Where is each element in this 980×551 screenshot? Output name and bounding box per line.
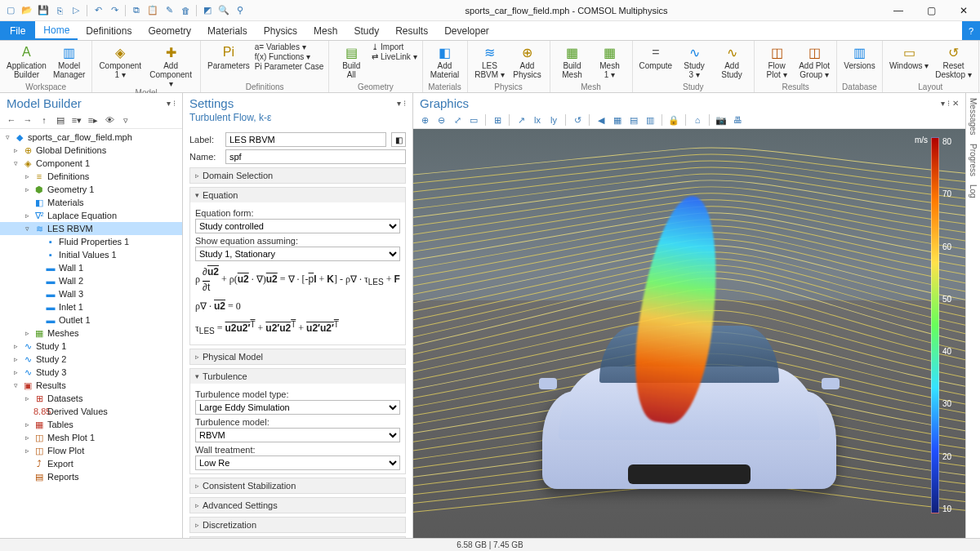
- versions[interactable]: ▥Versions: [842, 42, 876, 70]
- side-tab-log[interactable]: Log: [969, 184, 978, 198]
- file-save-icon[interactable]: 💾: [38, 5, 49, 16]
- eq-form-select[interactable]: Study controlled: [195, 219, 400, 233]
- tree-twisty-icon[interactable]: ▿: [23, 224, 31, 233]
- add-component[interactable]: ✚AddComponent ▾: [146, 42, 195, 88]
- show-icon[interactable]: ▤: [54, 113, 67, 127]
- model-manager[interactable]: ▥ModelManager: [51, 42, 87, 79]
- redo-icon[interactable]: ↷: [109, 5, 120, 16]
- zoom-box-icon[interactable]: ▭: [467, 113, 480, 127]
- study-menu[interactable]: ∿Study3 ▾: [677, 42, 711, 79]
- turb-type-select[interactable]: Large Eddy Simulation: [195, 400, 400, 415]
- select-icon[interactable]: ◩: [202, 5, 213, 16]
- log-x-icon[interactable]: lx: [531, 113, 544, 127]
- node-laplace[interactable]: ▹∇²Laplace Equation: [0, 209, 182, 222]
- node-study3[interactable]: ▹∿Study 3: [0, 366, 182, 379]
- node-datasets[interactable]: ▹⊞Datasets: [0, 392, 182, 405]
- tree-twisty-icon[interactable]: ▿: [11, 381, 20, 389]
- add-physics[interactable]: ⊕AddPhysics: [510, 42, 545, 79]
- livelink[interactable]: ⇄ LiveLink ▾: [372, 52, 416, 61]
- reset-desktop[interactable]: ↺ResetDesktop ▾: [933, 42, 973, 79]
- tab-physics[interactable]: Physics: [256, 21, 305, 40]
- node-derived[interactable]: 8.85Derived Values: [0, 405, 182, 418]
- node-study2[interactable]: ▹∿Study 2: [0, 353, 182, 366]
- nav-fwd-icon[interactable]: →: [21, 113, 34, 127]
- lock-icon[interactable]: 🔒: [667, 113, 680, 127]
- nav-up-icon[interactable]: ↑: [38, 113, 51, 127]
- tree-twisty-icon[interactable]: ▹: [11, 355, 20, 363]
- tree-twisty-icon[interactable]: ▹: [23, 185, 31, 193]
- tab-developer[interactable]: Developer: [436, 21, 497, 40]
- tree-twisty-icon[interactable]: ▹: [11, 146, 20, 154]
- section-dependent-variables-header[interactable]: ▹Dependent Variables: [190, 537, 405, 538]
- rename-icon[interactable]: ✎: [163, 5, 175, 16]
- tab-results[interactable]: Results: [387, 21, 436, 40]
- node-initial-values[interactable]: ▪Initial Values 1: [0, 248, 182, 261]
- node-reports[interactable]: ▤Reports: [0, 470, 182, 483]
- node-global-defs[interactable]: ▹⊕Global Definitions: [0, 144, 182, 157]
- windows[interactable]: ▭Windows ▾: [888, 42, 930, 70]
- model-tree[interactable]: ▿◆sports_car_flow_field.mph▹⊕Global Defi…: [0, 129, 182, 538]
- tab-mesh[interactable]: Mesh: [305, 21, 345, 40]
- node-meshes[interactable]: ▹▦Meshes: [0, 327, 182, 340]
- opt2-icon[interactable]: ▦: [611, 113, 624, 127]
- reset-icon[interactable]: ↺: [571, 113, 584, 127]
- component-menu[interactable]: ◈Component1 ▾: [97, 42, 143, 79]
- compute[interactable]: =Compute: [638, 42, 675, 70]
- eq-show-select[interactable]: Study 1, Stationary: [195, 247, 400, 261]
- node-les-rbvm[interactable]: ▿≋LES RBVM: [0, 222, 182, 235]
- minimize-button[interactable]: —: [882, 0, 915, 21]
- section-equation-header[interactable]: ▾Equation: [190, 188, 405, 202]
- tab-geometry[interactable]: Geometry: [140, 21, 199, 40]
- add-study[interactable]: ∿AddStudy: [715, 42, 749, 79]
- copy-icon[interactable]: ⧉: [131, 5, 142, 16]
- file-tab[interactable]: File: [0, 21, 35, 40]
- camera-icon[interactable]: 📷: [715, 113, 728, 127]
- node-outlet[interactable]: ▬Outlet 1: [0, 313, 182, 327]
- add-material[interactable]: ◧AddMaterial: [428, 42, 462, 79]
- tree-twisty-icon[interactable]: ▹: [23, 433, 31, 442]
- node-inlet[interactable]: ▬Inlet 1: [0, 300, 182, 313]
- physics-les[interactable]: ≋LESRBVM ▾: [473, 42, 507, 79]
- parameters[interactable]: PiParameters: [206, 42, 252, 70]
- section-turbulence-header[interactable]: ▾Turbulence: [190, 369, 405, 384]
- zoom-out-icon[interactable]: ⊖: [434, 113, 448, 127]
- line-icon[interactable]: ↗: [514, 113, 528, 127]
- tree-twisty-icon[interactable]: ▹: [23, 329, 31, 337]
- turb-model-select[interactable]: RBVM: [195, 428, 400, 442]
- node-export[interactable]: ⤴Export: [0, 457, 182, 470]
- section-consistent-stabilization-header[interactable]: ▹Consistent Stabilization: [190, 478, 405, 493]
- node-results[interactable]: ▿▣Results: [0, 379, 182, 392]
- file-new-icon[interactable]: ▢: [5, 5, 16, 16]
- label-input[interactable]: [225, 132, 386, 147]
- name-input[interactable]: [225, 149, 406, 164]
- tab-study[interactable]: Study: [345, 21, 387, 40]
- zoom-in-icon[interactable]: ⊕: [418, 113, 431, 127]
- node-wall3[interactable]: ▬Wall 3: [0, 287, 182, 300]
- section-advanced-settings-header[interactable]: ▹Advanced Settings: [190, 498, 405, 513]
- root-model[interactable]: ▿◆sports_car_flow_field.mph: [0, 131, 182, 144]
- section-discretization-header[interactable]: ▹Discretization: [190, 518, 405, 532]
- opt4-icon[interactable]: ▥: [644, 113, 657, 127]
- section-physical-model-header[interactable]: ▹Physical Model: [190, 349, 405, 364]
- graphics-canvas[interactable]: m/s 8070605040302010: [413, 129, 965, 538]
- log-y-icon[interactable]: ly: [547, 113, 560, 127]
- side-tab-messages[interactable]: Messages: [969, 98, 978, 136]
- tab-definitions[interactable]: Definitions: [78, 21, 140, 40]
- zoom-extents-icon[interactable]: ⤢: [451, 113, 464, 127]
- tree-twisty-icon[interactable]: ▹: [11, 368, 20, 376]
- build-all[interactable]: ▤BuildAll: [334, 42, 368, 79]
- side-tab-progress[interactable]: Progress: [969, 144, 978, 176]
- node-flow-plot[interactable]: ▹◫Flow Plot: [0, 444, 182, 457]
- tree-twisty-icon[interactable]: ▹: [23, 420, 31, 429]
- xy-icon[interactable]: ⊞: [491, 113, 504, 127]
- opt1-icon[interactable]: ◀: [595, 113, 608, 127]
- tree-twisty-icon[interactable]: ▹: [23, 172, 31, 180]
- label-toggle-icon[interactable]: ◧: [391, 132, 406, 147]
- mesh-menu[interactable]: ▦Mesh1 ▾: [593, 42, 627, 79]
- import-geom[interactable]: ⤓ Import: [372, 42, 416, 51]
- find-icon[interactable]: ⚲: [234, 5, 246, 16]
- expand-icon[interactable]: ≡▾: [70, 113, 83, 127]
- home-icon[interactable]: ⌂: [691, 113, 704, 127]
- tree-twisty-icon[interactable]: ▹: [23, 394, 31, 402]
- variables[interactable]: a= Variables ▾: [255, 42, 323, 51]
